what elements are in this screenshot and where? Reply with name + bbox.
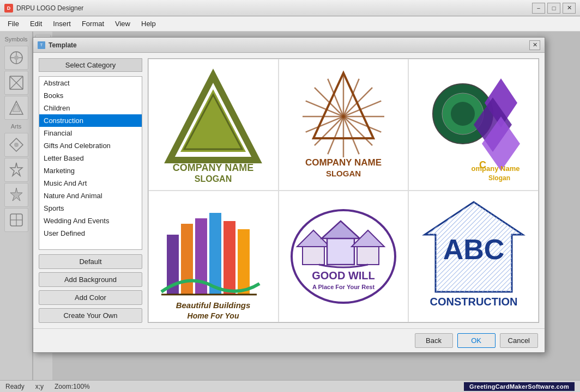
category-letter-based[interactable]: Letter Based: [39, 152, 142, 164]
main-container: Symbols Arts T Template: [0, 32, 580, 392]
app-icon: D: [4, 4, 13, 13]
svg-rect-54: [357, 246, 379, 265]
dialog-overlay: T Template ✕ Select Category Abstract Bo…: [0, 32, 580, 392]
create-your-own-button[interactable]: Create Your Own: [39, 308, 142, 323]
cancel-button[interactable]: Cancel: [500, 333, 538, 348]
dialog-footer: Back OK Cancel: [33, 328, 545, 352]
window-controls: − □ ✕: [532, 3, 576, 14]
template-3[interactable]: ompany Name Slogan C: [408, 59, 539, 191]
category-gifts[interactable]: Gifts And Celebration: [39, 139, 142, 152]
template-grid: COMPANY NAME SLOGAN: [148, 58, 539, 323]
svg-text:Home For You: Home For You: [188, 311, 239, 320]
menu-file[interactable]: File: [2, 17, 25, 30]
svg-marker-53: [322, 221, 360, 238]
svg-rect-52: [327, 237, 354, 265]
category-nature[interactable]: Nature And Animal: [39, 189, 142, 202]
svg-text:GOOD WILL: GOOD WILL: [312, 270, 375, 281]
svg-rect-43: [209, 213, 221, 295]
back-button[interactable]: Back: [415, 333, 453, 348]
svg-rect-50: [303, 246, 324, 265]
brand-label: GreetingCardMakerSoftware.com: [464, 382, 575, 391]
category-marketing[interactable]: Marketing: [39, 164, 142, 177]
category-books[interactable]: Books: [39, 89, 142, 102]
svg-rect-44: [223, 221, 235, 295]
category-abstract[interactable]: Abstract: [39, 77, 142, 89]
category-financial[interactable]: Financial: [39, 127, 142, 139]
dialog-title-bar: T Template ✕: [33, 38, 545, 53]
template-4[interactable]: Beautiful Buildings Home For You: [148, 191, 279, 322]
template-5[interactable]: GOOD WILL A Place For Your Rest: [279, 191, 409, 322]
app-title: DRPU LOGO Designer: [16, 4, 532, 12]
svg-text:COMPANY NAME: COMPANY NAME: [305, 157, 382, 168]
menu-help[interactable]: Help: [136, 17, 161, 30]
status-ready: Ready: [5, 383, 25, 390]
svg-text:COMPANY NAME: COMPANY NAME: [173, 162, 253, 173]
category-construction[interactable]: Construction: [39, 114, 142, 127]
close-button[interactable]: ✕: [563, 3, 576, 14]
category-children[interactable]: Children: [39, 102, 142, 114]
category-user-defined[interactable]: User Defined: [39, 227, 142, 240]
add-color-button[interactable]: Add Color: [39, 290, 142, 305]
template-1[interactable]: COMPANY NAME SLOGAN: [148, 59, 279, 191]
svg-text:Beautiful Buildings: Beautiful Buildings: [176, 301, 251, 310]
template-2[interactable]: COMPANY NAME SLOGAN: [279, 59, 409, 191]
category-wedding[interactable]: Wedding And Events: [39, 215, 142, 227]
dialog-body: Select Category Abstract Books Children …: [33, 53, 545, 328]
svg-text:SLOGAN: SLOGAN: [195, 174, 232, 183]
select-category-button[interactable]: Select Category: [39, 58, 142, 72]
dialog-sidebar: Select Category Abstract Books Children …: [39, 58, 142, 323]
svg-text:C: C: [479, 160, 486, 170]
status-zoom: Zoom:100%: [55, 383, 90, 390]
dialog-close-button[interactable]: ✕: [529, 40, 540, 50]
status-xy: x;y: [35, 383, 44, 390]
svg-rect-45: [238, 229, 250, 295]
maximize-button[interactable]: □: [547, 3, 560, 14]
svg-text:Slogan: Slogan: [488, 174, 510, 182]
add-background-button[interactable]: Add Background: [39, 272, 142, 287]
category-music[interactable]: Music And Art: [39, 177, 142, 189]
svg-text:ABC: ABC: [443, 234, 504, 265]
menu-bar: File Edit Insert Format View Help: [0, 16, 580, 32]
svg-rect-41: [181, 224, 193, 295]
category-sports[interactable]: Sports: [39, 202, 142, 215]
status-bar: Ready x;y Zoom:100% GreetingCardMakerSof…: [0, 380, 580, 392]
category-list: Abstract Books Children Construction Fin…: [39, 76, 142, 250]
menu-view[interactable]: View: [110, 17, 136, 30]
menu-format[interactable]: Format: [76, 17, 110, 30]
svg-text:CONSTRUCTION: CONSTRUCTION: [430, 296, 517, 308]
svg-point-33: [451, 102, 475, 126]
title-bar: D DRPU LOGO Designer − □ ✕: [0, 0, 580, 16]
svg-text:ompany Name: ompany Name: [471, 164, 519, 173]
svg-text:SLOGAN: SLOGAN: [326, 169, 361, 178]
svg-text:A Place For Your Rest: A Place For Your Rest: [312, 284, 374, 290]
menu-insert[interactable]: Insert: [47, 17, 76, 30]
template-6[interactable]: ABC CONSTRUCTION: [408, 191, 539, 322]
default-button[interactable]: Default: [39, 254, 142, 269]
dialog-title: Template: [49, 41, 529, 49]
template-dialog: T Template ✕ Select Category Abstract Bo…: [33, 37, 545, 353]
ok-button[interactable]: OK: [457, 333, 496, 348]
dialog-icon: T: [38, 41, 45, 49]
menu-edit[interactable]: Edit: [25, 17, 47, 30]
sidebar-buttons: Default Add Background Add Color Create …: [39, 254, 142, 323]
minimize-button[interactable]: −: [532, 3, 545, 14]
